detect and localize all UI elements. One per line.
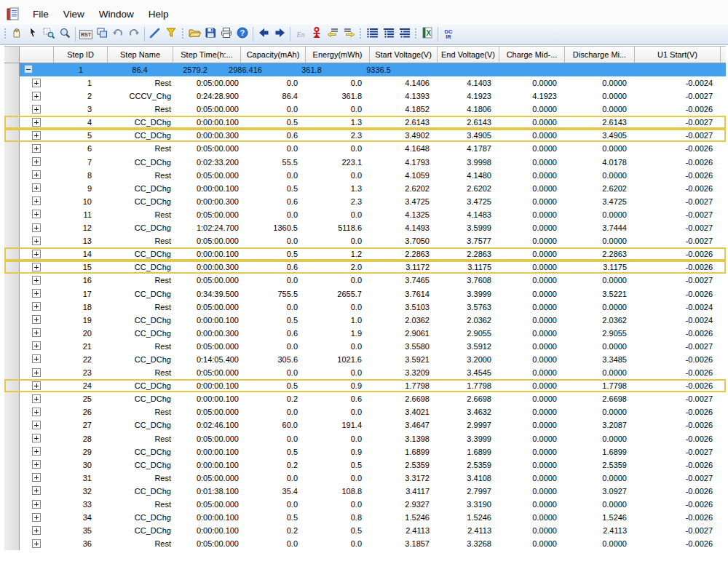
column-header[interactable]: Step Name bbox=[108, 47, 173, 63]
dcir-button[interactable]: DCIR bbox=[440, 26, 456, 42]
table-row[interactable]: 25CC_DChg0:00:00.1000.20.62.66982.66980.… bbox=[4, 392, 726, 405]
save-button[interactable] bbox=[202, 26, 218, 42]
table-row[interactable]: 31Rest0:05:00.0000.00.03.31723.41080.000… bbox=[4, 472, 726, 485]
table-row[interactable]: 27CC_DChg0:02:46.10060.0191.43.46472.999… bbox=[4, 418, 726, 432]
select-button[interactable] bbox=[25, 26, 41, 42]
table-row[interactable]: 29CC_DChg0:00:00.1000.50.91.68991.68990.… bbox=[4, 445, 726, 458]
table-row[interactable]: 34CC_DChg0:00:00.1000.50.81.52461.52460.… bbox=[4, 511, 726, 524]
table-row[interactable]: 11Rest0:05:00.0000.00.04.13254.14830.000… bbox=[4, 208, 726, 221]
prev-marked-button[interactable] bbox=[325, 26, 341, 42]
expand-icon[interactable] bbox=[32, 157, 41, 166]
expand-icon[interactable] bbox=[32, 263, 41, 271]
open-file-button[interactable] bbox=[186, 26, 202, 42]
table-row[interactable]: 24CC_DChg0:00:00.1000.50.91.77981.77980.… bbox=[4, 379, 726, 392]
expand-icon[interactable] bbox=[32, 381, 41, 390]
english-language-button[interactable]: En bbox=[293, 26, 309, 42]
expand-icon[interactable] bbox=[32, 118, 41, 127]
expand-icon[interactable] bbox=[32, 223, 41, 232]
expand-icon[interactable] bbox=[32, 368, 41, 377]
expand-icon[interactable] bbox=[32, 170, 41, 179]
menu-file[interactable]: File bbox=[25, 7, 56, 21]
table-row[interactable]: 8Rest0:05:00.0000.00.04.10594.14800.0000… bbox=[4, 169, 726, 182]
zoom-region-button[interactable] bbox=[41, 26, 57, 42]
expand-icon[interactable] bbox=[32, 315, 41, 324]
table-row[interactable]: 2CCCV_Chg0:24:28.90086.4361.84.13934.192… bbox=[4, 90, 726, 103]
table-row[interactable]: 5CC_DChg0:00:00.3000.62.33.49023.49050.0… bbox=[4, 129, 726, 142]
table-row[interactable]: 15CC_DChg0:00:00.3000.62.03.11723.11750.… bbox=[4, 261, 726, 274]
expand-icon[interactable] bbox=[32, 276, 41, 285]
column-header[interactable]: Step Time(h:... bbox=[173, 47, 241, 63]
table-row[interactable]: 1Rest0:05:00.0000.00.04.14064.14030.0000… bbox=[4, 76, 726, 90]
step-list-button[interactable] bbox=[380, 26, 396, 42]
table-row[interactable]: 22CC_DChg0:14:05.400305.61021.63.59213.2… bbox=[4, 353, 726, 366]
expand-icon[interactable] bbox=[32, 105, 41, 114]
cycle-summary-row[interactable]: 186.42579.22986.416361.89336.5 bbox=[4, 63, 726, 76]
undo-button[interactable] bbox=[110, 26, 126, 42]
print-button[interactable] bbox=[218, 26, 234, 42]
table-row[interactable]: 16Rest0:05:00.0000.00.03.74653.76080.000… bbox=[4, 274, 726, 287]
toolbar-grip[interactable] bbox=[181, 28, 184, 41]
expand-icon[interactable] bbox=[32, 394, 41, 403]
expand-icon[interactable] bbox=[32, 183, 41, 192]
export-excel-button[interactable]: X bbox=[419, 26, 435, 42]
chinese-language-button[interactable] bbox=[309, 26, 325, 42]
column-header[interactable]: U1 Start(V) bbox=[635, 47, 721, 63]
collapse-icon[interactable] bbox=[24, 65, 33, 74]
table-row[interactable]: 12CC_DChg1:02:24.7001360.55118.64.14933.… bbox=[4, 221, 726, 234]
table-row[interactable]: 10CC_DChg0:00:00.3000.62.33.47253.47250.… bbox=[4, 195, 726, 208]
table-row[interactable]: 18Rest0:05:00.0000.00.03.51033.57630.000… bbox=[4, 301, 726, 314]
expand-icon[interactable] bbox=[32, 237, 41, 245]
table-row[interactable]: 13Rest0:05:00.0000.00.03.70503.75770.000… bbox=[4, 234, 726, 247]
toolbar-grip[interactable] bbox=[359, 28, 362, 41]
column-header[interactable]: Step ID bbox=[54, 47, 108, 63]
column-header[interactable]: End Voltage(V) bbox=[438, 47, 499, 63]
expand-icon[interactable] bbox=[32, 210, 41, 218]
forward-button[interactable] bbox=[272, 26, 288, 42]
table-row[interactable]: 32CC_DChg0:01:38.10035.4108.83.41172.799… bbox=[4, 485, 726, 498]
cascade-windows-button[interactable] bbox=[94, 26, 110, 42]
expand-icon[interactable] bbox=[32, 500, 41, 509]
expand-icon[interactable] bbox=[32, 513, 41, 522]
table-row[interactable]: 3Rest0:05:00.0000.00.04.18524.18060.0000… bbox=[4, 103, 726, 116]
table-row[interactable]: 21Rest0:05:00.0000.00.03.55803.59120.000… bbox=[4, 340, 726, 353]
expand-icon[interactable] bbox=[32, 408, 41, 416]
expand-icon[interactable] bbox=[32, 421, 41, 429]
table-row[interactable]: 33Rest0:05:00.0000.00.02.93273.31900.000… bbox=[4, 498, 726, 511]
table-row[interactable]: 14CC_DChg0:00:00.1000.51.22.28632.28630.… bbox=[4, 247, 726, 261]
expand-icon[interactable] bbox=[32, 328, 41, 337]
column-header[interactable]: Start Voltage(V) bbox=[370, 47, 438, 63]
expand-icon[interactable] bbox=[32, 354, 41, 363]
column-header[interactable]: Capacity(mAh) bbox=[241, 47, 306, 63]
table-row[interactable]: 7CC_DChg0:02:33.20055.5223.14.17933.9998… bbox=[4, 156, 726, 169]
expand-icon[interactable] bbox=[32, 302, 41, 311]
menu-view[interactable]: View bbox=[56, 7, 92, 21]
table-row[interactable]: 6Rest0:05:00.0000.00.04.16484.17870.0000… bbox=[4, 142, 726, 155]
pan-button[interactable] bbox=[9, 26, 25, 42]
table-row[interactable]: 23Rest0:05:00.0000.00.03.32093.45450.000… bbox=[4, 366, 726, 379]
reset-view-button[interactable]: RST bbox=[78, 26, 94, 42]
expand-icon[interactable] bbox=[32, 250, 41, 258]
help-button[interactable]: ? bbox=[234, 26, 250, 42]
expand-icon[interactable] bbox=[32, 539, 41, 548]
expand-icon[interactable] bbox=[32, 196, 41, 205]
menu-window[interactable]: Window bbox=[92, 7, 141, 21]
table-row[interactable]: 35CC_DChg0:00:00.1000.20.52.41132.41130.… bbox=[4, 524, 726, 537]
column-header[interactable]: Charge Mid-... bbox=[499, 47, 565, 63]
column-header[interactable]: Discharge Mi... bbox=[565, 47, 635, 63]
expand-icon[interactable] bbox=[32, 79, 41, 87]
expand-icon[interactable] bbox=[32, 447, 41, 456]
table-row[interactable]: 4CC_DChg0:00:00.1000.51.32.61432.61430.0… bbox=[4, 116, 726, 129]
back-button[interactable] bbox=[256, 26, 272, 42]
filter-button[interactable] bbox=[163, 26, 179, 42]
expand-icon[interactable] bbox=[32, 473, 41, 482]
expand-icon[interactable] bbox=[32, 341, 41, 350]
table-row[interactable]: 36Rest0:05:00.0000.00.03.18573.32680.000… bbox=[4, 537, 726, 550]
draw-line-button[interactable] bbox=[147, 26, 163, 42]
expand-icon[interactable] bbox=[32, 92, 41, 100]
expand-icon[interactable] bbox=[32, 434, 41, 442]
expand-icon[interactable] bbox=[32, 486, 41, 495]
record-list-button[interactable] bbox=[364, 26, 380, 42]
table-row[interactable]: 20CC_DChg0:00:00.3000.61.92.90612.90550.… bbox=[4, 327, 726, 340]
expand-icon[interactable] bbox=[32, 144, 41, 153]
column-header[interactable]: Energy(mWh) bbox=[306, 47, 370, 63]
